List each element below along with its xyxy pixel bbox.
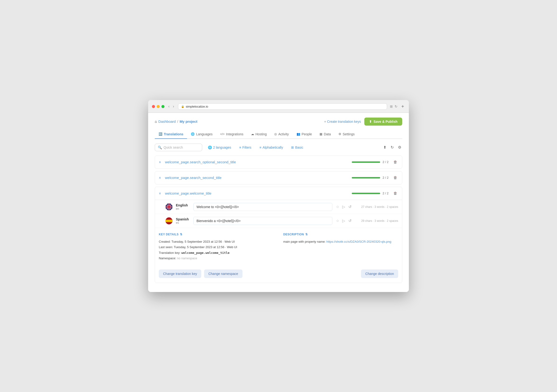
- change-translation-key-button[interactable]: Change translation key: [159, 270, 201, 278]
- change-namespace-button[interactable]: Change namespace: [204, 270, 242, 278]
- key-row-3: ∨ welcome_page.welcome_title 2 / 2 🗑: [155, 187, 402, 283]
- key-header-2[interactable]: ∧ welcome_page.search_second_title 2 / 2…: [155, 171, 402, 184]
- progress-text-3: 2 / 2: [383, 191, 390, 195]
- lang-info-es: Spanish es: [176, 217, 190, 224]
- lang-code-es: es: [176, 221, 190, 224]
- hosting-icon: ☁: [251, 132, 254, 136]
- translation-input-en[interactable]: [193, 203, 332, 211]
- status-circle-es[interactable]: ○: [336, 218, 340, 224]
- languages-filter-button[interactable]: 🌐 2 languages: [205, 144, 233, 151]
- breadcrumb-current: My project: [180, 119, 197, 123]
- breadcrumb-separator: /: [177, 119, 178, 123]
- play-icon-en[interactable]: ▷: [342, 204, 346, 210]
- close-button[interactable]: [152, 105, 155, 108]
- delete-key-1-button[interactable]: 🗑: [393, 159, 398, 165]
- key-details-heading: KEY DETAILS ⇅: [159, 233, 274, 236]
- filters-button[interactable]: ≡ Filters: [237, 144, 254, 151]
- tab-hosting[interactable]: ☁ Hosting: [247, 130, 270, 139]
- sort-icon-details: ⇅: [180, 233, 182, 236]
- filters-label: Filters: [242, 146, 251, 149]
- last-seen-text: Last seen: Tuesday, 5 September 2023 at …: [159, 244, 274, 250]
- tab-data-label: Data: [324, 132, 331, 136]
- key-name-2: welcome_page.search_second_title: [165, 176, 352, 180]
- tab-translations[interactable]: 🔤 Translations: [155, 130, 187, 139]
- key-details-label: KEY DETAILS: [159, 233, 179, 236]
- tab-people-label: People: [302, 132, 312, 136]
- back-button[interactable]: ‹: [167, 104, 170, 109]
- key-header-3[interactable]: ∨ welcome_page.welcome_title 2 / 2 🗑: [155, 187, 402, 200]
- filter-icon: ≡: [239, 146, 241, 149]
- tab-translations-label: Translations: [164, 132, 183, 136]
- translation-actions-en: ○ ▷ ↺: [336, 204, 352, 210]
- tab-settings[interactable]: ⚙ Settings: [335, 130, 359, 139]
- browser-chrome: ‹ › 🔒 simplelocalize.io ⊞ ↻ +: [148, 100, 409, 113]
- chevron-down-icon: ∨: [159, 191, 163, 195]
- delete-key-2-button[interactable]: 🗑: [393, 175, 398, 181]
- alphabetically-button[interactable]: ≡ Alphabetically: [257, 144, 286, 151]
- collapse-all-button[interactable]: ⬆: [382, 144, 387, 150]
- change-description-button[interactable]: Change description: [361, 270, 398, 278]
- history-icon-es[interactable]: ↺: [348, 218, 352, 224]
- create-translation-keys-button[interactable]: + Create translation keys: [324, 120, 361, 123]
- forward-button[interactable]: ›: [172, 104, 175, 109]
- description-text: main page with property name: https://sh…: [283, 239, 398, 244]
- breadcrumb-home-link[interactable]: Dashboard: [158, 119, 176, 123]
- view-icon: ⊞: [291, 146, 294, 149]
- integrations-icon: </>: [220, 132, 225, 136]
- flag-en: [165, 203, 172, 211]
- address-bar[interactable]: 🔒 simplelocalize.io: [178, 103, 387, 110]
- minimize-button[interactable]: [157, 105, 160, 108]
- lang-name-en: English: [176, 203, 190, 207]
- key-row: ∧ welcome_page.search_optional_second_ti…: [155, 155, 402, 169]
- reader-icon: ⊞: [390, 105, 393, 108]
- app-header: ⌂ Dashboard / My project + Create transl…: [155, 118, 402, 126]
- globe-icon: 🌐: [208, 146, 212, 149]
- history-icon-en[interactable]: ↺: [348, 204, 352, 210]
- key-progress-2: 2 / 2: [352, 176, 390, 180]
- description-link[interactable]: https://shottr.cc/s/DZA0/SCR-20240320-ql…: [326, 240, 391, 243]
- description-label: DESCRIPTION: [283, 233, 304, 236]
- progress-text-2: 2 / 2: [383, 176, 390, 180]
- description-heading: DESCRIPTION ⇅: [283, 233, 398, 236]
- tab-data[interactable]: ▦ Data: [316, 130, 335, 139]
- basic-button[interactable]: ⊞ Basic: [289, 144, 305, 151]
- maximize-button[interactable]: [161, 105, 164, 108]
- toolbar: 🔍 Quick search 🌐 2 languages ≡ Filters ≡…: [155, 144, 402, 151]
- breadcrumb: ⌂ Dashboard / My project: [155, 119, 197, 123]
- languages-label: 2 languages: [213, 146, 231, 149]
- tab-activity-label: Activity: [278, 132, 289, 136]
- key-details-section: KEY DETAILS ⇅ Created: Tuesday, 5 Septem…: [155, 228, 402, 266]
- traffic-lights: [152, 105, 164, 108]
- key-value-text: welcome_page.welcome_title: [181, 251, 230, 254]
- flag-es: [165, 217, 172, 224]
- translations-icon: 🔤: [159, 132, 162, 136]
- namespace-row: Namespace: no namespace: [159, 255, 274, 261]
- translation-input-es[interactable]: [193, 217, 332, 225]
- url-text: simplelocalize.io: [186, 105, 208, 108]
- key-label: Translation key:: [159, 251, 180, 254]
- new-tab-button[interactable]: +: [400, 103, 405, 110]
- tab-activity[interactable]: ◎ Activity: [270, 130, 293, 139]
- save-publish-button[interactable]: ⬆ Save & Publish: [364, 118, 402, 126]
- description-content: main page with property name:: [283, 240, 325, 243]
- status-circle-en[interactable]: ○: [336, 204, 340, 210]
- key-actions-row: Change translation key Change namespace …: [155, 266, 402, 283]
- key-row-2: ∧ welcome_page.search_second_title 2 / 2…: [155, 171, 402, 184]
- refresh-button[interactable]: ↻: [390, 144, 395, 150]
- key-name-3: welcome_page.welcome_title: [165, 191, 352, 195]
- settings-toolbar-button[interactable]: ⚙: [397, 144, 402, 150]
- tab-integrations[interactable]: </> Integrations: [216, 130, 247, 139]
- tab-hosting-label: Hosting: [255, 132, 267, 136]
- key-header-1[interactable]: ∧ welcome_page.search_optional_second_ti…: [155, 156, 402, 169]
- lock-icon: 🔒: [181, 105, 184, 108]
- delete-key-3-button[interactable]: 🗑: [393, 190, 398, 196]
- refresh-icon[interactable]: ↻: [395, 105, 397, 108]
- tab-languages[interactable]: 🌐 Languages: [187, 130, 216, 139]
- progress-fill-3: [352, 193, 380, 194]
- progress-bar-2: [352, 177, 380, 179]
- search-box[interactable]: 🔍 Quick search: [155, 144, 202, 151]
- progress-bar-3: [352, 193, 380, 194]
- tab-people[interactable]: 👥 People: [293, 130, 316, 139]
- play-icon-es[interactable]: ▷: [342, 218, 346, 224]
- translation-row-en: English en ○ ▷ ↺ 27 chars · 3 words · 2 …: [155, 200, 402, 214]
